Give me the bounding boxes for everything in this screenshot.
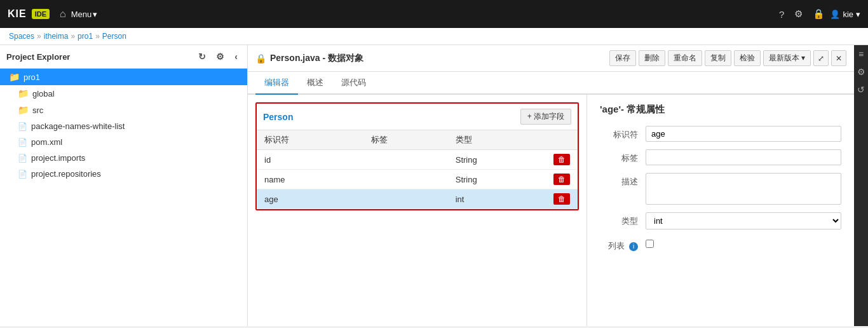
tab-editor[interactable]: 编辑器 <box>255 72 298 95</box>
sidebar-item-global[interactable]: 📁 global <box>0 85 247 102</box>
user-menu[interactable]: 👤 kie ▾ <box>830 10 860 19</box>
sidebar-header: Project Explorer ↻ ⚙ ‹ <box>0 45 247 69</box>
right-panel: 🔒 Person.java - 数据对象 保存 删除 重命名 复制 检验 最新版… <box>248 45 854 326</box>
side-tool-refresh-icon[interactable]: ↺ <box>856 83 866 96</box>
copy-button[interactable]: 复制 <box>705 50 731 66</box>
field-type: int <box>448 189 546 209</box>
sidebar-item-label: project.repositories <box>31 169 101 179</box>
tab-source[interactable]: 源代码 <box>332 72 375 95</box>
save-button[interactable]: 保存 <box>609 50 636 66</box>
side-tool-settings-icon[interactable]: ⚙ <box>856 65 867 78</box>
field-delete[interactable]: 🗑 <box>546 189 578 209</box>
prop-identifier-input[interactable] <box>646 126 841 142</box>
side-tool-menu-icon[interactable]: ≡ <box>857 48 865 60</box>
field-id: id <box>257 150 363 170</box>
project-explorer: Project Explorer ↻ ⚙ ‹ 📁 pro1 📁 global 📁… <box>0 45 248 326</box>
rename-button[interactable]: 重命名 <box>668 50 702 66</box>
sidebar-item-label: project.imports <box>31 153 85 163</box>
sidebar-settings-button[interactable]: ⚙ <box>213 50 227 63</box>
entity-name: Person <box>263 112 293 122</box>
field-label <box>363 189 448 209</box>
breadcrumb-itheima[interactable]: itheima <box>44 32 69 41</box>
prop-list-label: 列表 i <box>600 237 638 252</box>
prop-desc-label: 描述 <box>600 173 638 188</box>
help-icon[interactable]: ? <box>779 9 784 20</box>
breadcrumb-person[interactable]: Person <box>102 32 126 41</box>
sidebar-item-label: package-names-white-list <box>31 121 125 131</box>
prop-type-row: 类型 int String boolean double long <box>600 212 841 229</box>
collapse-button[interactable]: ‹ <box>231 50 241 63</box>
data-table-container: Person + 添加字段 标识符 标签 类型 <box>255 102 579 210</box>
main-layout: Project Explorer ↻ ⚙ ‹ 📁 pro1 📁 global 📁… <box>0 45 868 326</box>
side-tools: ≡ ⚙ ↺ <box>854 45 868 326</box>
document-actions: 保存 删除 重命名 复制 检验 最新版本 ▾ ⤢ ✕ <box>609 50 846 66</box>
col-identifier: 标识符 <box>257 130 363 150</box>
prop-identifier-label: 标识符 <box>600 126 638 140</box>
refresh-button[interactable]: ↻ <box>195 50 209 63</box>
folder-icon: 📁 <box>9 72 20 82</box>
table-row[interactable]: age int 🗑 <box>257 189 578 209</box>
prop-list-checkbox[interactable] <box>646 240 654 248</box>
file-icon: 📄 <box>18 122 27 131</box>
logo-kie: KIE <box>8 8 27 20</box>
document-header: 🔒 Person.java - 数据对象 保存 删除 重命名 复制 检验 最新版… <box>248 45 854 72</box>
document-title-text: Person.java - 数据对象 <box>270 53 363 64</box>
table-row[interactable]: id String 🗑 <box>257 150 578 170</box>
field-delete[interactable]: 🗑 <box>546 150 578 170</box>
sidebar-item-project-imports[interactable]: 📄 project.imports <box>0 150 247 166</box>
table-area: Person + 添加字段 标识符 标签 类型 <box>248 95 587 326</box>
prop-tag-input[interactable] <box>646 149 841 165</box>
breadcrumb-spaces[interactable]: Spaces <box>9 32 34 41</box>
field-type: String <box>448 170 546 189</box>
user-icon: 👤 <box>830 10 840 19</box>
menu-button[interactable]: Menu ▾ <box>71 10 98 19</box>
prop-tag-label: 标签 <box>600 149 638 164</box>
delete-row-button[interactable]: 🗑 <box>553 174 570 185</box>
file-icon: 📄 <box>18 138 27 147</box>
sidebar-item-package-names[interactable]: 📄 package-names-white-list <box>0 118 247 134</box>
field-type: String <box>448 150 546 170</box>
field-delete[interactable]: 🗑 <box>546 170 578 189</box>
folder-icon: 📁 <box>18 88 29 99</box>
close-button[interactable]: ✕ <box>831 50 846 66</box>
col-label: 标签 <box>363 130 448 150</box>
expand-button[interactable]: ⤢ <box>813 50 829 66</box>
field-label <box>363 170 448 189</box>
breadcrumb: Spaces » itheima » pro1 » Person <box>0 28 868 45</box>
lock-icon: 🔒 <box>255 53 266 64</box>
prop-list-row: 列表 i <box>600 237 841 252</box>
editor-area: Person + 添加字段 标识符 标签 类型 <box>248 95 587 326</box>
delete-row-button[interactable]: 🗑 <box>553 193 570 205</box>
sidebar-title: Project Explorer <box>6 52 70 62</box>
sidebar-item-pro1[interactable]: 📁 pro1 <box>0 69 247 85</box>
top-navigation: KIE IDE ⌂ Menu ▾ ? ⚙ 🔒 👤 kie ▾ <box>0 0 868 28</box>
breadcrumb-pro1[interactable]: pro1 <box>78 32 93 41</box>
settings-icon[interactable]: ⚙ <box>794 8 803 20</box>
prop-type-select[interactable]: int String boolean double long <box>646 212 841 229</box>
prop-list-label-text: 列表 <box>608 241 625 250</box>
sidebar-header-icons: ↻ ⚙ ‹ <box>195 50 241 63</box>
home-icon[interactable]: ⌂ <box>60 8 66 20</box>
field-label <box>363 150 448 170</box>
prop-tag-row: 标签 <box>600 149 841 165</box>
col-type: 类型 <box>448 130 546 150</box>
sidebar-item-label: pro1 <box>24 72 40 82</box>
sidebar-item-project-repositories[interactable]: 📄 project.repositories <box>0 166 247 182</box>
latest-version-button[interactable]: 最新版本 ▾ <box>763 50 811 66</box>
field-id: age <box>257 189 363 209</box>
prop-desc-textarea[interactable] <box>646 173 841 205</box>
col-actions <box>546 130 578 150</box>
table-row[interactable]: name String 🗑 <box>257 170 578 189</box>
add-field-button[interactable]: + 添加字段 <box>520 109 571 125</box>
sidebar-item-label: pom.xml <box>31 137 62 147</box>
prop-identifier-row: 标识符 <box>600 126 841 142</box>
tab-overview[interactable]: 概述 <box>298 72 332 95</box>
lock-nav-icon[interactable]: 🔒 <box>813 8 825 20</box>
prop-type-label: 类型 <box>600 212 638 227</box>
sidebar-item-src[interactable]: 📁 src <box>0 102 247 118</box>
delete-row-button[interactable]: 🗑 <box>553 154 570 165</box>
sidebar-item-pom[interactable]: 📄 pom.xml <box>0 134 247 150</box>
delete-button[interactable]: 删除 <box>639 50 665 66</box>
folder-icon: 📁 <box>18 105 29 115</box>
validate-button[interactable]: 检验 <box>734 50 761 66</box>
